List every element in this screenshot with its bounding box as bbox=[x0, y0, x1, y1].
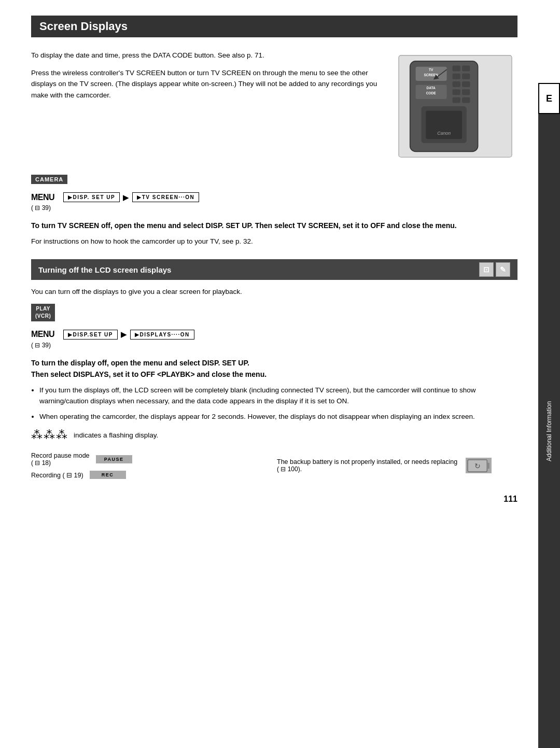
svg-text:↻: ↻ bbox=[474, 462, 481, 470]
svg-text:SCREEN: SCREEN bbox=[424, 73, 438, 77]
menu-step2-box: ▶TV SCREEN···ON bbox=[132, 192, 199, 202]
menu-step-2: ▶DISP.SET UP ▶ ▶DISPLAYS····ON bbox=[63, 330, 194, 340]
svg-text:Canon: Canon bbox=[437, 131, 451, 136]
pause-badge: PAUSE bbox=[96, 455, 132, 463]
svg-rect-14 bbox=[453, 89, 460, 95]
page-number: 111 bbox=[31, 495, 517, 504]
menu-label-1: MENU bbox=[31, 193, 57, 202]
menu-arrow-1: ▶ bbox=[123, 193, 129, 202]
additional-info-tab: Additional Information bbox=[538, 114, 560, 748]
svg-rect-23 bbox=[487, 462, 489, 469]
menu2-ref: ( ⊟ 39) bbox=[31, 342, 517, 349]
bullet-list: If you turn the displays off, the LCD sc… bbox=[39, 385, 517, 422]
bottom-left: Record pause mode ( ⊟ 18) PAUSE Recordin… bbox=[31, 452, 272, 479]
svg-text:TV: TV bbox=[429, 68, 433, 72]
menu2-step2-box: ▶DISPLAYS····ON bbox=[130, 330, 194, 340]
menu-label-2: MENU bbox=[31, 330, 57, 339]
flashing-text: indicates a flashing display. bbox=[74, 431, 158, 439]
svg-rect-10 bbox=[453, 74, 460, 79]
svg-rect-17 bbox=[462, 97, 470, 103]
bottom-right: The backup battery is not properly insta… bbox=[277, 452, 517, 479]
intro-para1: To display the date and time, press the … bbox=[31, 50, 383, 61]
svg-text:DATA: DATA bbox=[427, 86, 436, 90]
flash-symbol: ⁂⁂⁂ bbox=[31, 428, 68, 442]
record-pause-row: Record pause mode ( ⊟ 18) PAUSE bbox=[31, 452, 272, 467]
bottom-table: Record pause mode ( ⊟ 18) PAUSE Recordin… bbox=[31, 452, 517, 479]
battery-icon: ↻ bbox=[466, 458, 492, 473]
lcd-icon: ⊡ bbox=[479, 262, 494, 277]
remote-image: TV SCREEN DATA CODE bbox=[393, 50, 517, 164]
section2-icons: ⊡ ✎ bbox=[479, 262, 510, 277]
rec-badge: REC bbox=[90, 471, 126, 479]
svg-rect-12 bbox=[453, 81, 460, 87]
svg-rect-16 bbox=[453, 97, 460, 103]
right-tab-area: E Additional Information bbox=[538, 0, 560, 748]
bullet-item-1: If you turn the displays off, the LCD sc… bbox=[39, 385, 517, 407]
svg-rect-15 bbox=[462, 89, 470, 95]
page-title: Screen Displays bbox=[31, 16, 517, 37]
section2-title: Turning off the LCD screen displays bbox=[38, 265, 171, 274]
battery-text: The backup battery is not properly insta… bbox=[277, 458, 457, 465]
tab-e: E bbox=[538, 83, 560, 114]
hook-instruction: For instructions on how to hook the camc… bbox=[31, 236, 517, 247]
menu-step1-box: ▶DISP. SET UP bbox=[63, 192, 120, 202]
svg-rect-11 bbox=[462, 74, 470, 79]
flashing-indicator: ⁂⁂⁂ indicates a flashing display. bbox=[31, 428, 517, 442]
menu2-step1-box: ▶DISP.SET UP bbox=[63, 330, 118, 340]
record-pause-label: Record pause mode bbox=[31, 452, 90, 459]
intro-para2: Press the wireless controller's TV SCREE… bbox=[31, 67, 383, 101]
bullet-item-2: When operating the camcorder, the displa… bbox=[39, 411, 517, 422]
camera-badge: CAMERA bbox=[31, 175, 67, 184]
menu-block-2: MENU ▶DISP.SET UP ▶ ▶DISPLAYS····ON bbox=[31, 330, 517, 340]
svg-rect-9 bbox=[462, 66, 470, 72]
svg-rect-8 bbox=[453, 66, 460, 72]
svg-rect-13 bbox=[462, 81, 470, 87]
bold-instruction-1: To turn TV SCREEN off, open the menu and… bbox=[31, 220, 517, 231]
bold-instruction-2: To turn the display off, open the menu a… bbox=[31, 357, 517, 380]
menu1-ref: ( ⊟ 39) bbox=[31, 204, 517, 211]
recording-row: Recording ( ⊟ 19) REC bbox=[31, 471, 272, 479]
menu2-arrow: ▶ bbox=[121, 330, 127, 338]
svg-text:CODE: CODE bbox=[426, 91, 437, 95]
recording-label: Recording ( ⊟ 19) bbox=[31, 471, 83, 479]
menu-step-1: ▶DISP. SET UP ▶ ▶TV SCREEN···ON bbox=[63, 192, 199, 202]
section2-intro: You can turn off the displays to give yo… bbox=[31, 286, 517, 298]
pen-icon: ✎ bbox=[496, 262, 510, 277]
battery-ref: ( ⊟ 100). bbox=[277, 465, 302, 473]
play-vcr-badge: PLAY (VCR) bbox=[31, 304, 55, 321]
section2-header: Turning off the LCD screen displays ⊡ ✎ bbox=[31, 259, 517, 280]
menu-block-1: MENU ▶DISP. SET UP ▶ ▶TV SCREEN···ON bbox=[31, 192, 517, 202]
record-pause-ref: ( ⊟ 18) bbox=[31, 459, 51, 467]
